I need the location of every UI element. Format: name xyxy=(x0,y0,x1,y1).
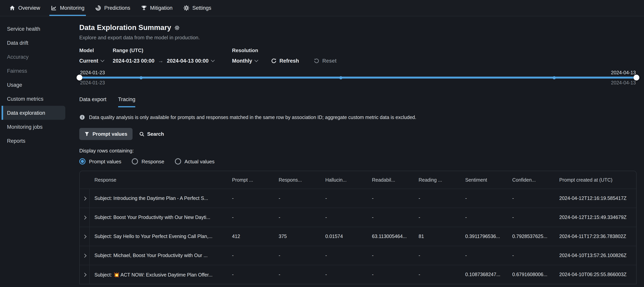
slider-handle-end[interactable] xyxy=(634,75,639,81)
radio-label: Response xyxy=(142,158,164,164)
tab-tracing[interactable]: Tracing xyxy=(118,96,136,107)
row-expander[interactable] xyxy=(80,265,90,284)
refresh-label: Refresh xyxy=(280,58,299,64)
chart-line-icon xyxy=(51,5,57,11)
row-expander[interactable] xyxy=(80,208,90,227)
radio-icon xyxy=(79,158,86,164)
row-expander[interactable] xyxy=(80,189,90,208)
cell-hallucination: - xyxy=(321,272,367,277)
cell-response: Subject: Michael, Boost Your Productivit… xyxy=(90,253,227,258)
sidebar-item-data-drift[interactable]: Data drift xyxy=(0,36,76,50)
sidebar-item-accuracy[interactable]: Accuracy xyxy=(0,50,76,64)
prompt-values-filter-button[interactable]: Prompt values xyxy=(79,128,132,140)
table-row[interactable]: Subject: Michael, Boost Your Productivit… xyxy=(80,246,636,265)
cell-readability: 63.113005464... xyxy=(367,234,414,239)
cell-response-tokens: - xyxy=(274,215,321,220)
cell-confidence: - xyxy=(508,253,554,258)
sidebar-item-label: Data drift xyxy=(7,40,28,46)
home-icon xyxy=(9,5,15,11)
sidebar-item-usage[interactable]: Usage xyxy=(0,78,76,92)
range-start-value: 2024-01-23 00:00 xyxy=(113,58,154,64)
radio-actual-values[interactable]: Actual values xyxy=(175,158,214,164)
nav-tab-label: Monitoring xyxy=(60,5,84,11)
table-row[interactable]: Subject: Say Hello to Your Perfect Eveni… xyxy=(80,227,636,246)
model-label: Model xyxy=(79,48,113,53)
cell-reading: - xyxy=(414,215,460,220)
display-rows-label: Display rows containing: xyxy=(79,148,636,154)
cell-response-tokens: - xyxy=(274,196,321,201)
cell-readability: - xyxy=(367,272,414,277)
column-header-readability: Readabil... xyxy=(367,177,414,183)
cell-sentiment: - xyxy=(460,215,508,220)
tab-data-export[interactable]: Data export xyxy=(79,96,106,107)
cell-created-at: 2024-04-12T12:15:49.334679Z xyxy=(554,215,636,220)
cell-created-at: 2024-04-10T06:25:55.866003Z xyxy=(554,272,636,277)
sidebar: Service health Data drift Accuracy Fairn… xyxy=(0,16,76,286)
model-dropdown[interactable]: Current xyxy=(79,57,113,65)
sidebar-item-label: Data exploration xyxy=(7,110,45,116)
nav-tab-label: Overview xyxy=(18,5,40,11)
search-button[interactable]: Search xyxy=(139,131,164,137)
slider-handle-start[interactable] xyxy=(76,75,82,81)
nav-tab-predictions[interactable]: Predictions xyxy=(90,0,136,16)
sidebar-item-custom-metrics[interactable]: Custom metrics xyxy=(0,92,76,106)
cell-confidence: 0.6791608006... xyxy=(508,272,554,277)
sidebar-item-fairness[interactable]: Fairness xyxy=(0,64,76,78)
cell-response-tokens: - xyxy=(274,253,321,258)
table-row[interactable]: Subject: Boost Your Productivity with Ou… xyxy=(80,208,636,227)
trophy-icon xyxy=(141,5,147,11)
cell-created-at: 2024-04-10T13:57:26.100826Z xyxy=(554,253,636,258)
radio-prompt-values[interactable]: Prompt values xyxy=(79,158,121,164)
slider-end-label-top: 2024-04-13 xyxy=(611,70,636,76)
spiral-icon xyxy=(96,5,101,11)
cell-hallucination: 0.01574 xyxy=(321,234,367,239)
table-row[interactable]: Subject: 💥 ACT NOW: Exclusive Daytime Pl… xyxy=(80,265,636,284)
cell-readability: - xyxy=(367,253,414,258)
table-row[interactable]: Subject: Introducing the Daytime Plan - … xyxy=(80,189,636,208)
row-expander[interactable] xyxy=(80,227,90,246)
column-header-confidence: Confiden... xyxy=(508,177,554,183)
cell-created-at: 2024-04-12T12:16:19.585417Z xyxy=(554,196,636,201)
chevron-right-icon xyxy=(82,196,86,200)
cell-confidence: - xyxy=(508,215,554,220)
radio-icon xyxy=(132,158,138,164)
cell-reading: 81 xyxy=(414,234,460,239)
cell-prompt: - xyxy=(227,196,274,201)
column-header-sentiment: Sentiment xyxy=(460,177,508,183)
chevron-right-icon xyxy=(82,234,86,238)
nav-tab-settings[interactable]: Settings xyxy=(178,0,217,16)
notice-text: Data quality analysis is only available … xyxy=(89,115,416,120)
column-header-response-tokens: Respons... xyxy=(274,177,321,183)
cell-response: Subject: Say Hello to Your Perfect Eveni… xyxy=(90,234,227,239)
nav-tab-overview[interactable]: Overview xyxy=(4,0,46,16)
expander-column-header xyxy=(80,171,90,189)
nav-tab-label: Predictions xyxy=(104,5,130,11)
sidebar-item-label: Usage xyxy=(7,82,22,88)
nav-tab-monitoring[interactable]: Monitoring xyxy=(46,0,90,16)
slider-tick xyxy=(553,76,556,79)
title-gear-icon[interactable] xyxy=(175,25,180,30)
nav-tab-label: Mitigation xyxy=(150,5,172,11)
refresh-button[interactable]: Refresh xyxy=(271,57,299,65)
cell-response-tokens: 375 xyxy=(274,234,321,239)
sidebar-item-data-exploration[interactable]: Data exploration xyxy=(2,106,65,120)
refresh-icon xyxy=(271,58,277,64)
radio-response[interactable]: Response xyxy=(132,158,164,164)
resolution-dropdown[interactable]: Monthly xyxy=(232,57,269,65)
nav-tab-mitigation[interactable]: Mitigation xyxy=(136,0,178,16)
reset-button[interactable]: Reset xyxy=(314,57,337,65)
arrow-right-icon: → xyxy=(157,58,164,64)
column-header-prompt-created-at: Prompt created at (UTC) xyxy=(554,177,636,183)
resolution-label: Resolution xyxy=(232,48,269,53)
chevron-down-icon xyxy=(211,58,214,62)
cell-prompt: - xyxy=(227,253,274,258)
sidebar-item-monitoring-jobs[interactable]: Monitoring jobs xyxy=(0,120,76,134)
filter-funnel-icon xyxy=(84,131,90,137)
range-dropdown[interactable]: 2024-01-23 00:00 → 2024-04-13 00:00 xyxy=(113,57,232,65)
cell-response: Subject: Boost Your Productivity with Ou… xyxy=(90,215,227,220)
sidebar-item-service-health[interactable]: Service health xyxy=(0,22,76,36)
info-notice: Data quality analysis is only available … xyxy=(79,114,636,120)
row-expander[interactable] xyxy=(80,246,90,265)
sidebar-item-reports[interactable]: Reports xyxy=(0,134,76,148)
reset-icon xyxy=(314,58,320,64)
